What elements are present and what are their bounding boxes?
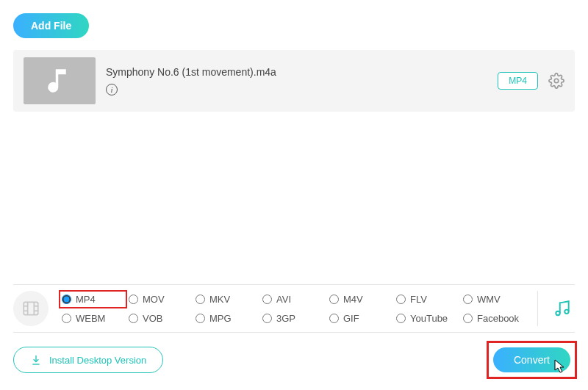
format-radio[interactable] <box>196 314 205 323</box>
audio-category-button[interactable] <box>550 299 575 318</box>
format-label: YouTube <box>410 313 448 324</box>
format-option-gif[interactable]: GIF <box>329 313 392 324</box>
format-option-3gp[interactable]: 3GP <box>262 313 325 324</box>
output-formats-bar: MP4 MOV MKV AVI M4V FLV WMV WEBM VOB MPG… <box>13 284 575 333</box>
format-radio[interactable] <box>262 295 272 304</box>
svg-point-0 <box>554 79 559 83</box>
format-label: MKV <box>209 294 230 305</box>
format-option-facebook[interactable]: Facebook <box>463 313 526 324</box>
add-file-button[interactable]: Add File <box>13 13 89 38</box>
format-radio[interactable] <box>62 314 71 323</box>
format-radio[interactable] <box>329 314 339 323</box>
file-name: Symphony No.6 (1st movement).m4a <box>106 66 487 78</box>
format-radio[interactable] <box>262 314 272 323</box>
install-label: Install Desktop Version <box>49 355 146 366</box>
format-label: Facebook <box>477 313 519 324</box>
format-label: MP4 <box>76 294 96 305</box>
format-option-m4v[interactable]: M4V <box>329 294 392 305</box>
divider <box>537 291 538 326</box>
svg-rect-1 <box>24 302 38 314</box>
format-option-flv[interactable]: FLV <box>396 294 459 305</box>
format-option-vob[interactable]: VOB <box>129 313 191 324</box>
info-icon[interactable]: i <box>106 84 118 95</box>
svg-point-9 <box>564 310 568 314</box>
format-option-mkv[interactable]: MKV <box>196 294 258 305</box>
format-option-mov[interactable]: MOV <box>129 294 191 305</box>
formats-grid: MP4 MOV MKV AVI M4V FLV WMV WEBM VOB MPG… <box>62 293 526 324</box>
format-option-mpg[interactable]: MPG <box>196 313 258 324</box>
format-radio[interactable] <box>196 295 205 304</box>
format-label: FLV <box>410 294 427 305</box>
format-radio[interactable] <box>129 295 138 304</box>
format-label: WMV <box>477 294 501 305</box>
format-radio[interactable] <box>396 314 406 323</box>
format-option-mp4[interactable]: MP4 <box>62 293 124 306</box>
convert-highlight: Convert <box>489 343 575 377</box>
format-radio[interactable] <box>463 295 473 304</box>
convert-button[interactable]: Convert <box>493 347 570 372</box>
format-option-avi[interactable]: AVI <box>262 294 325 305</box>
format-option-youtube[interactable]: YouTube <box>396 313 459 324</box>
footer: Install Desktop Version Convert <box>13 343 575 377</box>
gear-icon <box>548 73 564 89</box>
svg-point-8 <box>556 311 559 315</box>
format-label: M4V <box>343 294 363 305</box>
file-item: Symphony No.6 (1st movement).m4a i MP4 <box>13 50 575 112</box>
format-label: GIF <box>343 313 359 324</box>
install-desktop-button[interactable]: Install Desktop Version <box>13 347 163 373</box>
format-option-webm[interactable]: WEBM <box>62 313 124 324</box>
format-radio[interactable] <box>463 314 473 323</box>
file-body: Symphony No.6 (1st movement).m4a i <box>106 66 487 95</box>
music-note-icon <box>44 65 75 96</box>
format-label: AVI <box>276 294 291 305</box>
format-label: 3GP <box>276 313 295 324</box>
video-category-icon-wrap[interactable] <box>13 291 49 326</box>
format-label: MPG <box>209 313 232 324</box>
film-icon <box>21 299 40 318</box>
file-format-badge[interactable]: MP4 <box>498 72 538 90</box>
settings-button[interactable] <box>548 73 564 89</box>
format-radio[interactable] <box>62 295 71 304</box>
download-icon <box>30 354 42 366</box>
format-label: MOV <box>143 294 165 305</box>
format-radio[interactable] <box>129 314 138 323</box>
format-option-wmv[interactable]: WMV <box>463 294 526 305</box>
format-radio[interactable] <box>396 295 406 304</box>
music-icon <box>553 299 572 318</box>
format-label: VOB <box>143 313 162 324</box>
file-thumbnail <box>24 57 96 104</box>
format-label: WEBM <box>76 313 105 324</box>
format-radio[interactable] <box>329 295 339 304</box>
